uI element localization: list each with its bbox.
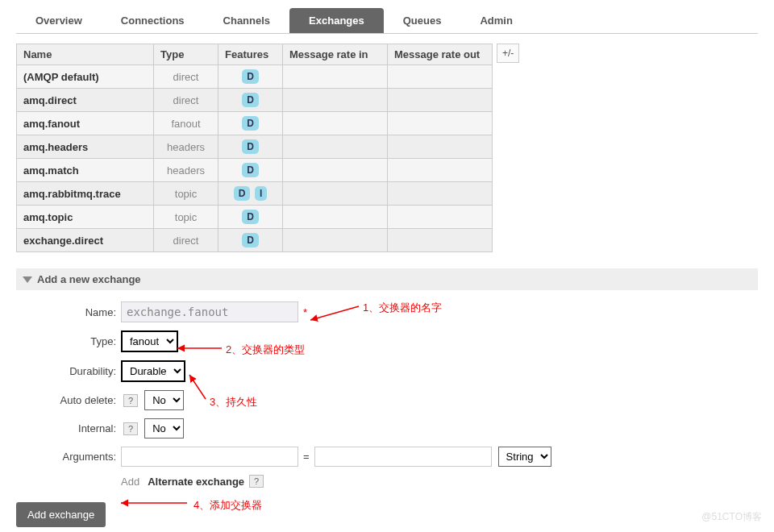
rate-in	[283, 182, 388, 206]
help-icon[interactable]: ?	[249, 475, 264, 488]
rate-in	[283, 112, 388, 135]
exchange-type: topic	[154, 206, 218, 229]
exchange-name[interactable]: amq.topic	[17, 206, 154, 229]
exchange-name[interactable]: (AMQP default)	[17, 65, 154, 89]
watermark: @51CTO博客	[701, 510, 762, 524]
exchange-features: D	[218, 135, 283, 159]
help-icon[interactable]: ?	[123, 422, 138, 435]
internal-select[interactable]: No	[144, 418, 184, 438]
exchange-type: headers	[154, 135, 218, 159]
table-row[interactable]: amq.match headers D	[17, 159, 493, 182]
tab-queues[interactable]: Queues	[384, 8, 461, 33]
name-input[interactable]	[121, 301, 298, 322]
exchange-type: fanout	[154, 112, 218, 135]
feature-badge-d: D	[242, 93, 259, 107]
exchange-name[interactable]: amq.direct	[17, 89, 154, 112]
nav-tabs: Overview Connections Channels Exchanges …	[16, 8, 758, 34]
add-exchange-button[interactable]: Add exchange	[16, 502, 106, 527]
rate-out	[388, 135, 493, 159]
feature-badge-d: D	[242, 139, 259, 154]
tab-connections[interactable]: Connections	[102, 8, 204, 33]
rate-out	[388, 182, 493, 206]
autodelete-label: Auto delete:	[16, 394, 121, 406]
add-exchange-header[interactable]: Add a new exchange	[16, 268, 758, 290]
section-title: Add a new exchange	[37, 273, 141, 285]
rate-in	[283, 229, 388, 252]
feature-badge-d: D	[234, 186, 251, 201]
rate-out	[388, 159, 493, 182]
exchange-type: direct	[154, 65, 218, 89]
table-row[interactable]: amq.direct direct D	[17, 89, 493, 112]
col-features[interactable]: Features	[218, 44, 283, 65]
type-select[interactable]: fanout	[121, 330, 178, 352]
argument-value-input[interactable]	[314, 447, 492, 467]
table-row[interactable]: (AMQP default) direct D	[17, 65, 493, 89]
exchange-type: direct	[154, 229, 218, 252]
feature-badge-d: D	[242, 116, 259, 131]
table-row[interactable]: amq.fanout fanout D	[17, 112, 493, 135]
exchange-name[interactable]: amq.headers	[17, 135, 154, 159]
alternate-exchange-link[interactable]: Alternate exchange	[148, 476, 244, 488]
chevron-down-icon	[23, 276, 32, 283]
rate-out	[388, 65, 493, 89]
name-label: Name:	[16, 306, 121, 318]
type-label: Type:	[16, 335, 121, 347]
exchange-name[interactable]: exchange.direct	[17, 229, 154, 252]
exchange-name[interactable]: amq.rabbitmq.trace	[17, 182, 154, 206]
rate-out	[388, 206, 493, 229]
exchange-features: D	[218, 112, 283, 135]
exchange-type: headers	[154, 159, 218, 182]
table-row[interactable]: amq.topic topic D	[17, 206, 493, 229]
feature-badge-d: D	[242, 69, 259, 84]
rate-out	[388, 112, 493, 135]
col-type[interactable]: Type	[154, 44, 218, 65]
annotation-4: 4、添加交换器	[194, 498, 262, 513]
add-argument-link[interactable]: Add	[121, 476, 139, 488]
feature-badge-d: D	[242, 163, 259, 177]
columns-toggle[interactable]: +/-	[497, 44, 519, 63]
help-icon[interactable]: ?	[123, 394, 138, 407]
equals-sign: =	[303, 451, 310, 463]
argument-key-input[interactable]	[121, 447, 298, 467]
exchange-features: D	[218, 229, 283, 252]
rate-in	[283, 206, 388, 229]
tab-channels[interactable]: Channels	[204, 8, 290, 33]
table-row[interactable]: amq.headers headers D	[17, 135, 493, 159]
table-row[interactable]: exchange.direct direct D	[17, 229, 493, 252]
feature-badge-d: D	[242, 233, 259, 247]
durability-select[interactable]: Durable	[121, 360, 185, 382]
tab-exchanges[interactable]: Exchanges	[289, 8, 384, 33]
rate-out	[388, 229, 493, 252]
exchange-features: D	[218, 65, 283, 89]
exchange-features: D	[218, 159, 283, 182]
tab-overview[interactable]: Overview	[16, 8, 102, 33]
exchange-type: topic	[154, 182, 218, 206]
exchange-type: direct	[154, 89, 218, 112]
arguments-label: Arguments:	[16, 451, 121, 463]
rate-in	[283, 65, 388, 89]
exchange-features: D I	[218, 182, 283, 206]
durability-label: Durability:	[16, 365, 121, 377]
internal-label: Internal:	[16, 422, 121, 434]
rate-in	[283, 135, 388, 159]
exchange-features: D	[218, 206, 283, 229]
exchanges-table: Name Type Features Message rate in Messa…	[16, 44, 493, 252]
rate-in	[283, 89, 388, 112]
col-rate-in[interactable]: Message rate in	[283, 44, 388, 65]
required-asterisk: *	[303, 306, 307, 318]
feature-badge-d: D	[242, 210, 259, 224]
exchange-name[interactable]: amq.match	[17, 159, 154, 182]
autodelete-select[interactable]: No	[144, 390, 184, 410]
exchange-name[interactable]: amq.fanout	[17, 112, 154, 135]
rate-out	[388, 89, 493, 112]
table-row[interactable]: amq.rabbitmq.trace topic D I	[17, 182, 493, 206]
exchange-features: D	[218, 89, 283, 112]
argument-type-select[interactable]: String	[498, 447, 551, 467]
col-rate-out[interactable]: Message rate out	[388, 44, 493, 65]
rate-in	[283, 159, 388, 182]
tab-admin[interactable]: Admin	[460, 8, 531, 33]
col-name[interactable]: Name	[17, 44, 154, 65]
feature-badge-i: I	[255, 186, 267, 201]
